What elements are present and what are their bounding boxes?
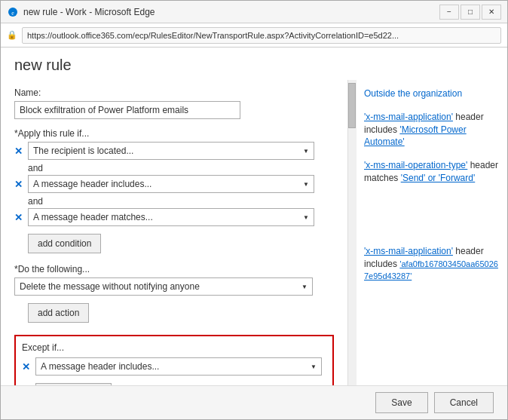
add-condition-button[interactable]: add condition: [28, 234, 101, 253]
action-text: Delete the message without notifying any…: [20, 281, 200, 292]
lock-icon: 🔒: [7, 30, 17, 40]
url-input[interactable]: [22, 27, 501, 44]
action-arrow: ▼: [301, 284, 308, 290]
remove-except-condition[interactable]: ✕: [22, 361, 32, 372]
window-controls: − □ ✕: [439, 5, 501, 20]
except-condition-arrow: ▼: [311, 363, 317, 370]
page-content: new rule Name: *Apply this rule if... ✕ …: [1, 48, 507, 419]
close-button[interactable]: ✕: [482, 5, 501, 20]
app-window: e new rule - Work - Microsoft Edge − □ ✕…: [0, 0, 508, 420]
except-condition-text: A message header includes...: [41, 361, 159, 372]
condition-row-2: ✕ A message header includes... ▼: [14, 175, 334, 193]
right-item-3: 'x-ms-mail-operation-type' header matche…: [364, 159, 500, 185]
page-title: new rule: [1, 48, 507, 80]
title-bar: e new rule - Work - Microsoft Edge − □ ✕: [1, 1, 507, 23]
condition-row-3: ✕ A message header matches... ▼: [14, 208, 334, 226]
scrollbar-thumb[interactable]: [348, 83, 356, 128]
window-title: new rule - Work - Microsoft Edge: [23, 7, 439, 17]
form-left: Name: *Apply this rule if... ✕ The recip…: [1, 80, 347, 385]
send-forward-link[interactable]: 'Send' or 'Forward': [401, 173, 476, 183]
address-bar: 🔒: [1, 23, 507, 48]
condition-1-dropdown[interactable]: The recipient is located... ▼: [28, 142, 314, 160]
and-label-1: and: [28, 163, 334, 173]
minimize-button[interactable]: −: [439, 5, 459, 20]
except-right-item: 'x-ms-mail-application' header includes …: [364, 245, 500, 283]
condition-row-1: ✕ The recipient is located... ▼: [14, 142, 334, 160]
remove-condition-1[interactable]: ✕: [14, 146, 25, 157]
condition-2-dropdown[interactable]: A message header includes... ▼: [28, 175, 314, 193]
remove-condition-2[interactable]: ✕: [14, 179, 25, 190]
condition-1-text: The recipient is located...: [33, 146, 133, 156]
action-row: Delete the message without notifying any…: [14, 277, 334, 296]
form-area: Name: *Apply this rule if... ✕ The recip…: [1, 80, 507, 385]
except-condition-row: ✕ A message header includes... ▼: [22, 357, 326, 376]
except-box: Except if... ✕ A message header includes…: [14, 335, 334, 385]
except-app-link[interactable]: 'x-ms-mail-application': [364, 246, 453, 256]
right-item-2: 'x-ms-mail-application' header includes …: [364, 111, 500, 149]
condition-3-text: A message header matches...: [33, 212, 153, 222]
condition-2-text: A message header includes...: [33, 179, 151, 189]
right-panel: Outside the organization 'x-ms-mail-appl…: [357, 80, 507, 385]
and-label-2: and: [28, 196, 334, 207]
action-dropdown[interactable]: Delete the message without notifying any…: [14, 277, 313, 296]
name-label: Name:: [14, 87, 334, 98]
footer: Save Cancel: [1, 385, 507, 419]
cancel-button[interactable]: Cancel: [434, 392, 494, 413]
except-label: Except if...: [22, 342, 326, 353]
name-input[interactable]: [14, 101, 240, 119]
outside-org-link[interactable]: Outside the organization: [364, 88, 462, 99]
condition-3-dropdown[interactable]: A message header matches... ▼: [28, 208, 314, 226]
add-exception-button[interactable]: add exception: [35, 383, 112, 385]
except-condition-dropdown[interactable]: A message header includes... ▼: [35, 357, 322, 376]
condition-2-arrow: ▼: [303, 181, 309, 188]
svg-text:e: e: [11, 10, 14, 17]
condition-3-arrow: ▼: [303, 214, 309, 221]
browser-icon: e: [7, 6, 19, 18]
condition-1-arrow: ▼: [303, 148, 309, 155]
scrollbar-track[interactable]: [347, 80, 357, 385]
maximize-button[interactable]: □: [461, 5, 480, 20]
x-ms-operation-type-link[interactable]: 'x-ms-mail-operation-type': [364, 160, 467, 170]
right-item-1: Outside the organization: [364, 87, 500, 100]
remove-condition-3[interactable]: ✕: [14, 212, 25, 223]
x-ms-mail-app-link[interactable]: 'x-ms-mail-application': [364, 112, 453, 122]
add-action-button[interactable]: add action: [28, 303, 89, 323]
do-following-label: *Do the following...: [14, 264, 334, 274]
apply-rule-label: *Apply this rule if...: [14, 128, 334, 139]
save-button[interactable]: Save: [375, 392, 427, 413]
